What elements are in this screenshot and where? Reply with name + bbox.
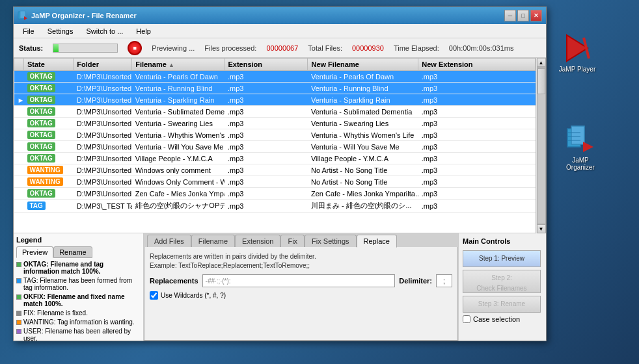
legend-item-text: OKFIX: Filename and fixed name match 100… <box>23 293 141 307</box>
row-folder: D:\MP3\Unsorted M... <box>74 153 132 164</box>
file-list-container[interactable]: State Folder Filename ▲ Extension New Fi… <box>14 58 536 233</box>
tab-add-files[interactable]: Add Files <box>147 235 191 247</box>
row-state: WANTING <box>24 164 74 176</box>
tab-filename[interactable]: Filename <box>191 235 235 247</box>
col-new-filename[interactable]: New Filename <box>308 58 418 71</box>
legend-panel: Legend Preview Rename OKTAG: Filename an… <box>14 233 144 341</box>
tab-replace[interactable]: Replace <box>357 235 397 248</box>
svg-marker-10 <box>24 16 27 20</box>
file-list-area: State Folder Filename ▲ Extension New Fi… <box>14 58 546 233</box>
row-folder: D:\MP3\Unsorted M... <box>74 94 132 106</box>
row-filename: Village People - Y.M.C.A <box>132 153 224 164</box>
use-wildcards-row: Use Wildcards (*, #, ?) <box>150 291 452 300</box>
main-window: JaMP Organizer - File Renamer ─ □ ✕ File… <box>13 6 547 341</box>
row-new-filename: Zen Cafe - Mies Jonka Ymparilta... <box>308 188 418 200</box>
maximize-button[interactable]: □ <box>517 10 529 21</box>
tab-fix-settings[interactable]: Fix Settings <box>305 235 356 247</box>
step3-rename-button[interactable]: Step 3: Rename <box>463 296 541 313</box>
step2-check-button[interactable]: Step 2:Check Filenames <box>463 270 541 293</box>
row-filename: Venturia - Swearing Lies <box>132 118 224 129</box>
row-folder: D:\MP3\Unsorted M... <box>74 71 132 83</box>
row-folder: D:\MP3\_TEST Tag... <box>74 200 132 213</box>
scroll-track[interactable] <box>537 67 546 224</box>
legend-item: OKFIX: Filename and fixed name match 100… <box>16 293 141 307</box>
col-extension[interactable]: Extension <box>224 58 308 71</box>
jamp-organizer-icon <box>565 124 596 155</box>
menu-settings[interactable]: Settings <box>42 25 79 37</box>
jamp-organizer-label: JaMP Organizer <box>558 157 603 171</box>
use-wildcards-checkbox[interactable] <box>150 291 158 300</box>
tab-extension[interactable]: Extension <box>235 235 280 247</box>
stop-button[interactable]: ■ <box>128 41 142 55</box>
menu-switch-to[interactable]: Switch to ... <box>80 25 129 37</box>
minimize-button[interactable]: ─ <box>504 10 516 21</box>
case-selection-checkbox[interactable] <box>463 315 470 323</box>
table-row[interactable]: WANTINGD:\MP3\Unsorted M...Windows only … <box>14 164 536 176</box>
col-state[interactable]: State <box>24 58 74 71</box>
row-new-filename: Venturia - Sublimated Dementia <box>308 106 418 118</box>
col-folder[interactable]: Folder <box>74 58 132 71</box>
menu-help[interactable]: Help <box>130 25 157 37</box>
tab-fix[interactable]: Fix <box>280 235 305 247</box>
table-row[interactable]: OKTAGD:\MP3\Unsorted M...Venturia - Will… <box>14 141 536 153</box>
col-new-extension[interactable]: New Extension <box>418 58 536 71</box>
row-new-ext: .mp3 <box>418 106 536 118</box>
replacements-input[interactable] <box>202 274 396 287</box>
table-row[interactable]: OKTAGD:\MP3\Unsorted M...Zen Cafe - Mies… <box>14 188 536 200</box>
center-panel: Add Files Filename Extension Fix Fix Set… <box>144 233 458 341</box>
row-arrow <box>14 118 24 129</box>
legend-item-text: OKTAG: Filename and tag information matc… <box>23 261 141 275</box>
table-body: OKTAGD:\MP3\Unsorted M...Venturia - Pear… <box>14 71 536 213</box>
table-row[interactable]: ►OKTAGD:\MP3\Unsorted M...Venturia - Spa… <box>14 94 536 106</box>
delimiter-input[interactable] <box>436 274 452 287</box>
table-row[interactable]: OKTAGD:\MP3\Unsorted M...Village People … <box>14 153 536 164</box>
row-new-filename: Venturia - Pearls Of Dawn <box>308 71 418 83</box>
legend-items: OKTAG: Filename and tag information matc… <box>16 261 141 342</box>
row-ext: .mp3 <box>224 153 308 164</box>
row-new-ext: .mp3 <box>418 200 536 213</box>
table-row[interactable]: OKTAGD:\MP3\Unsorted M...Venturia - Runn… <box>14 83 536 94</box>
total-files-label: Total Files: <box>308 44 342 52</box>
status-progress-bar <box>53 44 118 53</box>
tab-preview[interactable]: Preview <box>16 246 53 258</box>
case-selection-label: Case selection <box>473 315 520 323</box>
legend-title: Legend <box>16 236 141 244</box>
row-new-filename: Venturia - Will You Save Me <box>308 141 418 153</box>
row-folder: D:\MP3\Unsorted M... <box>74 118 132 129</box>
main-controls-title: Main Controls <box>463 237 542 245</box>
table-row[interactable]: TAGD:\MP3\_TEST Tag...緋色の空(灼眼のシャナOPテーマ).… <box>14 200 536 213</box>
tab-rename[interactable]: Rename <box>53 246 92 258</box>
close-button[interactable]: ✕ <box>530 10 542 21</box>
col-filename[interactable]: Filename ▲ <box>132 58 224 71</box>
row-new-ext: .mp3 <box>418 94 536 106</box>
desktop: JaMP Player JaMP Organizer <box>0 0 639 364</box>
row-ext: .mp3 <box>224 83 308 94</box>
col-arrow <box>14 58 24 71</box>
menu-bar: File Settings Switch to ... Help <box>14 24 546 38</box>
row-arrow <box>14 153 24 164</box>
step1-preview-button[interactable]: Step 1: Preview <box>463 250 541 267</box>
table-header: State Folder Filename ▲ Extension New Fi… <box>14 58 536 71</box>
scroll-down-arrow[interactable]: ▼ <box>537 224 546 233</box>
replace-tab-content: Replacements are written in pairs divide… <box>144 247 458 341</box>
desktop-icon-jamp-player[interactable]: JaMP Player <box>554 32 600 73</box>
table-row[interactable]: WANTINGD:\MP3\Unsorted M...Windows Only … <box>14 176 536 188</box>
table-row[interactable]: OKTAGD:\MP3\Unsorted M...Venturia - Pear… <box>14 71 536 83</box>
table-row[interactable]: OKTAGD:\MP3\Unsorted M...Venturia - Whyt… <box>14 129 536 141</box>
row-ext: .mp3 <box>224 71 308 83</box>
row-arrow <box>14 83 24 94</box>
table-row[interactable]: OKTAGD:\MP3\Unsorted M...Venturia - Swea… <box>14 118 536 129</box>
row-filename: Windows only comment <box>132 164 224 176</box>
window-title: JaMP Organizer - File Renamer <box>31 12 137 20</box>
table-row[interactable]: OKTAGD:\MP3\Unsorted M...Venturia - Subl… <box>14 106 536 118</box>
row-filename: Venturia - Will You Save Me <box>132 141 224 153</box>
scroll-thumb[interactable] <box>537 68 545 94</box>
row-ext: .mp3 <box>224 94 308 106</box>
row-filename: Zen Cafe - Mies Jonka Ymparilta T... <box>132 188 224 200</box>
menu-file[interactable]: File <box>17 25 40 37</box>
desktop-icon-jamp-organizer[interactable]: JaMP Organizer <box>558 124 603 171</box>
row-new-ext: .mp3 <box>418 153 536 164</box>
bottom-panel: Legend Preview Rename OKTAG: Filename an… <box>14 233 546 341</box>
file-list-scrollbar[interactable]: ▲ ▼ <box>536 58 546 233</box>
scroll-up-arrow[interactable]: ▲ <box>537 58 546 67</box>
